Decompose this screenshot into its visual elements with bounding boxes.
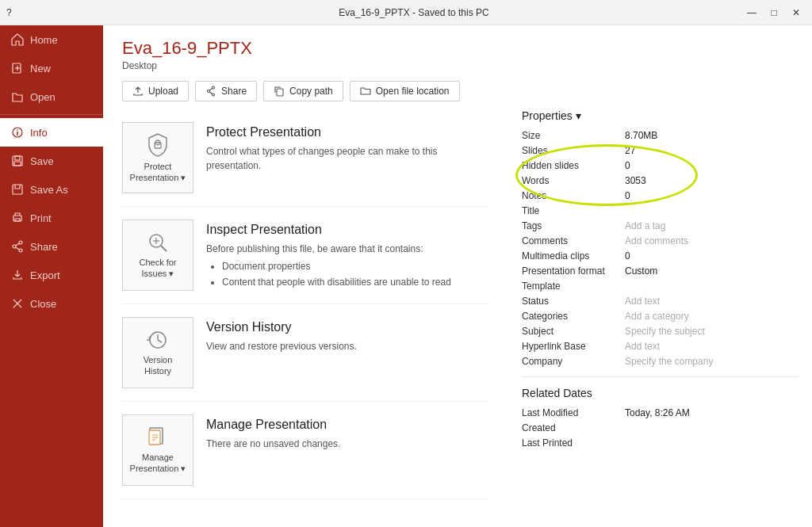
sidebar-label-save-as: Save As: [30, 184, 68, 196]
prop-format: Presentation format Custom: [522, 265, 799, 277]
sidebar-label-close: Close: [30, 298, 56, 310]
svg-rect-22: [277, 89, 283, 96]
inspect-button[interactable]: Check for Issues ▾: [122, 220, 193, 291]
save-icon: [11, 155, 24, 167]
manage-button[interactable]: Manage Presentation ▾: [122, 414, 193, 486]
share-button[interactable]: Share: [195, 81, 257, 101]
prop-label-notes: Notes: [522, 190, 625, 201]
sidebar-item-new[interactable]: New: [0, 54, 103, 82]
prop-label-company: Company: [522, 356, 625, 367]
open-icon: [11, 90, 24, 103]
sidebar-label-info: Info: [30, 127, 48, 139]
folder-icon: [360, 86, 371, 97]
prop-categories: Categories Add a category: [522, 311, 799, 322]
prop-hidden-slides: Hidden slides 0: [522, 160, 799, 171]
close-button[interactable]: ✕: [787, 3, 806, 22]
svg-point-17: [213, 86, 215, 89]
svg-rect-11: [15, 219, 20, 221]
protect-icon-label: Protect Presentation ▾: [130, 161, 186, 184]
sidebar-item-save[interactable]: Save: [0, 147, 103, 175]
file-actions: Upload Share: [122, 81, 793, 101]
prop-label-last-printed: Last Printed: [522, 437, 625, 449]
prop-comments: Comments Add comments: [522, 235, 799, 246]
sidebar-label-save: Save: [30, 155, 54, 167]
sidebar-item-home[interactable]: Home: [0, 25, 103, 54]
share-icon: [11, 240, 24, 253]
sidebar-item-close[interactable]: Close: [0, 289, 103, 318]
prop-value-slides: 27: [625, 145, 635, 156]
home-icon: [11, 33, 24, 46]
related-dates-header: Related Dates: [522, 387, 799, 399]
prop-hyperlink: Hyperlink Base Add text: [522, 341, 799, 352]
sidebar-item-open[interactable]: Open: [0, 82, 103, 111]
maximize-button[interactable]: □: [764, 3, 783, 22]
prop-value-comments[interactable]: Add comments: [625, 235, 688, 246]
protect-button[interactable]: Protect Presentation ▾: [122, 122, 193, 193]
new-icon: [11, 62, 24, 74]
prop-label-categories: Categories: [522, 311, 625, 322]
inspect-desc: Before publishing this file, be aware th…: [206, 242, 490, 289]
copy-path-button[interactable]: Copy path: [263, 81, 343, 101]
svg-point-14: [13, 245, 16, 248]
share-label: Share: [221, 86, 247, 97]
file-title: Eva_16-9_PPTX: [122, 38, 793, 59]
prop-value-subject[interactable]: Specify the subject: [625, 326, 705, 337]
prop-value-notes: 0: [625, 190, 630, 201]
prop-value-categories[interactable]: Add a category: [625, 311, 689, 322]
prop-slides: Slides 27: [522, 145, 799, 156]
svg-point-12: [19, 241, 22, 244]
clock-icon: [147, 329, 169, 351]
prop-label-title: Title: [522, 205, 625, 216]
protect-title: Protect Presentation: [206, 125, 490, 139]
svg-line-31: [158, 340, 162, 342]
prop-label-words: Words: [522, 175, 625, 186]
prop-tags: Tags Add a tag: [522, 220, 799, 231]
sidebar-item-save-as[interactable]: Save As: [0, 175, 103, 204]
title-bar: ? Eva_16-9_PPTX - Saved to this PC — □ ✕: [0, 0, 812, 25]
sidebar-item-export[interactable]: Export: [0, 261, 103, 289]
info-icon: [11, 126, 24, 139]
svg-line-15: [16, 243, 20, 246]
upload-icon: [132, 86, 144, 97]
prop-status: Status Add text: [522, 296, 799, 307]
prop-title: Title: [522, 205, 799, 216]
prop-value-hyperlink[interactable]: Add text: [625, 341, 660, 352]
prop-label-format: Presentation format: [522, 265, 625, 277]
copy-path-label: Copy path: [289, 86, 333, 97]
prop-value-status[interactable]: Add text: [625, 296, 660, 307]
open-location-button[interactable]: Open file location: [350, 81, 460, 101]
svg-line-26: [161, 246, 167, 251]
svg-point-5: [17, 129, 18, 131]
sidebar-item-info[interactable]: Info: [0, 118, 103, 147]
properties-divider: [522, 376, 799, 377]
version-button[interactable]: Version History: [122, 317, 193, 388]
svg-point-19: [208, 90, 210, 93]
prop-label-status: Status: [522, 296, 625, 307]
inspect-icon-label: Check for Issues ▾: [139, 257, 176, 280]
sidebar-label-open: Open: [30, 91, 56, 103]
inspect-title: Inspect Presentation: [206, 223, 490, 237]
inspect-icon: [147, 231, 169, 254]
prop-value-format: Custom: [625, 265, 657, 277]
prop-value-company[interactable]: Specify the company: [625, 356, 713, 367]
prop-label-multimedia: Multimedia clips: [522, 250, 625, 262]
help-button[interactable]: ?: [6, 7, 12, 18]
prop-last-modified: Last Modified Today, 8:26 AM: [522, 407, 799, 418]
prop-value-tags[interactable]: Add a tag: [625, 220, 665, 231]
window-controls: — □ ✕: [742, 3, 806, 22]
properties-header: Properties ▾: [522, 109, 799, 122]
prop-notes: Notes 0: [522, 190, 799, 201]
svg-point-13: [19, 249, 22, 252]
minimize-button[interactable]: —: [742, 3, 761, 22]
sidebar-item-share[interactable]: Share: [0, 232, 103, 261]
copy-icon: [274, 86, 285, 97]
prop-label-template: Template: [522, 281, 625, 292]
svg-line-21: [209, 92, 212, 94]
prop-words: Words 3053: [522, 175, 799, 186]
file-location: Desktop: [122, 60, 793, 71]
print-icon: [11, 212, 24, 224]
manage-content: Manage Presentation There are no unsaved…: [206, 414, 490, 451]
sidebar-item-print[interactable]: Print: [0, 204, 103, 232]
prop-template: Template: [522, 281, 799, 292]
upload-button[interactable]: Upload: [122, 81, 189, 101]
